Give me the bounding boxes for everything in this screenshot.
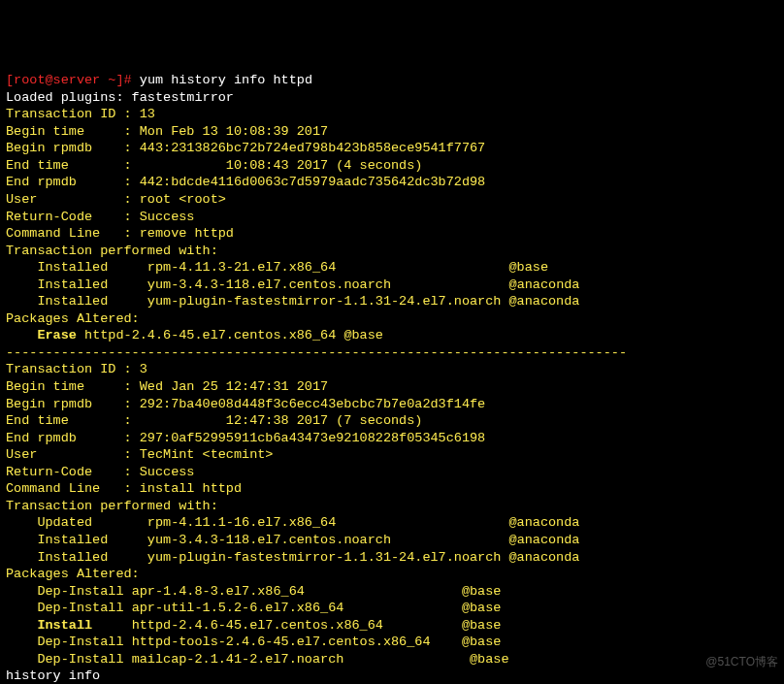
tx1-command-line: Command Line : remove httpd	[6, 226, 234, 241]
tx1-pw-row-0: Installed rpm-4.11.3-21.el7.x86_64 @base	[6, 260, 548, 275]
tx1-return-code: Return-Code : Success	[6, 210, 194, 224]
history-info-line: history info	[6, 668, 100, 683]
tx2-return-code: Return-Code : Success	[6, 465, 194, 479]
watermark: @51CTO博客	[705, 655, 778, 670]
tx2-pw-row-2: Installed yum-plugin-fastestmirror-1.1.3…	[6, 550, 579, 565]
tx1-end-rpmdb: End rpmdb : 442:bdcde4116d0063c7d5979aad…	[6, 175, 485, 189]
separator-line: ----------------------------------------…	[6, 345, 627, 360]
tx2-altered-row-2: Install httpd-2.4.6-45.el7.centos.x86_64…	[6, 618, 501, 633]
tx1-altered-label: Packages Altered:	[6, 311, 140, 326]
prompt-close: ]	[115, 73, 123, 87]
tx2-pw-row-1: Installed yum-3.4.3-118.el7.centos.noarc…	[6, 533, 579, 547]
tx1-performed-with-label: Transaction performed with:	[6, 244, 218, 258]
tx2-begin-rpmdb: Begin rpmdb : 292:7ba40e08d448f3c6ecc43e…	[6, 397, 485, 411]
tx2-id: Transaction ID : 3	[6, 362, 147, 376]
tx2-altered-row-3: Dep-Install httpd-tools-2.4.6-45.el7.cen…	[6, 635, 501, 649]
tx2-begin-time: Begin time : Wed Jan 25 12:47:31 2017	[6, 379, 328, 394]
tx2-pw-row-0: Updated rpm-4.11.1-16.el7.x86_64 @anacon…	[6, 515, 579, 530]
tx2-user: User : TecMint <tecmint>	[6, 447, 273, 462]
terminal-output: [root@server ~]# yum history info httpd …	[6, 72, 778, 684]
prompt-open: [	[6, 73, 14, 87]
tx1-pw-row-1: Installed yum-3.4.3-118.el7.centos.noarc…	[6, 277, 579, 292]
tx2-altered-row-1: Dep-Install apr-util-1.5.2-6.el7.x86_64 …	[6, 601, 501, 615]
tx1-id: Transaction ID : 13	[6, 107, 155, 121]
tx2-altered-row-4: Dep-Install mailcap-2.1.41-2.el7.noarch …	[6, 652, 509, 667]
tx1-pw-row-2: Installed yum-plugin-fastestmirror-1.1.3…	[6, 294, 579, 309]
loaded-plugins-line: Loaded plugins: fastestmirror	[6, 90, 234, 105]
tx1-begin-time: Begin time : Mon Feb 13 10:08:39 2017	[6, 124, 328, 139]
tx2-command-line: Command Line : install httpd	[6, 481, 242, 496]
prompt-user: root@server	[14, 73, 100, 87]
tx2-end-rpmdb: End rpmdb : 297:0af52995911cb6a43473e921…	[6, 431, 485, 445]
prompt-symbol: #	[124, 73, 132, 87]
tx1-begin-rpmdb: Begin rpmdb : 443:2313826bc72b724ed798b4…	[6, 141, 485, 155]
command-text: yum history info httpd	[140, 73, 312, 87]
tx1-user: User : root <root>	[6, 192, 226, 207]
tx1-altered-row-0: Erase httpd-2.4.6-45.el7.centos.x86_64 @…	[6, 328, 383, 342]
tx2-performed-with-label: Transaction performed with:	[6, 499, 218, 513]
tx2-end-time: End time : 12:47:38 2017 (7 seconds)	[6, 413, 422, 428]
tx1-end-time: End time : 10:08:43 2017 (4 seconds)	[6, 158, 422, 173]
tx2-altered-row-0: Dep-Install apr-1.4.8-3.el7.x86_64 @base	[6, 584, 501, 599]
tx2-altered-label: Packages Altered:	[6, 567, 140, 581]
